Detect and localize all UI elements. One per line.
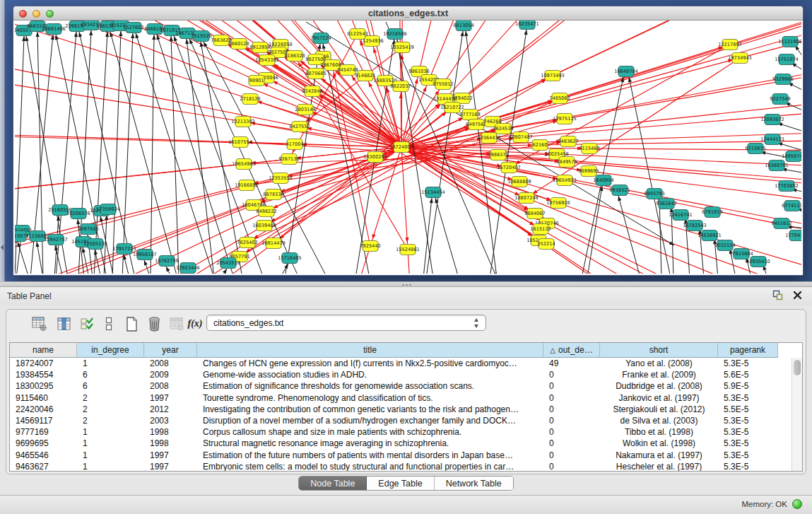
table-cell[interactable]: 2	[77, 415, 144, 426]
table-cell[interactable]: 5.9E-5	[718, 380, 778, 392]
table-options-icon[interactable]	[30, 315, 49, 333]
table-cell[interactable]: Tourette syndrome. Phenomenology and cla…	[197, 392, 543, 404]
table-row[interactable]: 2242004622012Investigating the contribut…	[10, 404, 792, 415]
table-row[interactable]: 977716911998Corpus callosum shape and si…	[10, 426, 792, 438]
table-cell[interactable]: 9465546	[10, 450, 77, 461]
table-row[interactable]: 969969511998Structural magnetic resonanc…	[10, 438, 792, 449]
table-cell[interactable]: 5.3E-5	[718, 438, 778, 449]
table-cell[interactable]: 1997	[144, 392, 197, 404]
table-cell[interactable]: 6	[77, 380, 144, 392]
table-cell[interactable]: 1998	[144, 438, 197, 449]
table-cell[interactable]: 49	[543, 358, 600, 369]
table-cell[interactable]: 2008	[144, 380, 197, 392]
select-stepper-icon[interactable]	[473, 317, 480, 329]
table-cell[interactable]: 5.3E-5	[718, 415, 778, 426]
new-column-icon[interactable]	[122, 315, 141, 333]
table-cell[interactable]: 2	[77, 404, 144, 415]
table-cell[interactable]: 0	[543, 404, 600, 415]
memory-status-icon[interactable]	[792, 499, 802, 509]
table-cell[interactable]: 5.3E-5	[718, 426, 778, 438]
table-cell[interactable]: 5.6E-5	[718, 369, 778, 380]
splitter-grip[interactable]	[401, 284, 411, 286]
table-cell[interactable]: 14569117	[10, 415, 77, 426]
table-cell[interactable]: 0	[543, 461, 600, 472]
table-cell[interactable]: 1	[77, 461, 144, 472]
table-cell[interactable]: 0	[543, 415, 600, 426]
close-panel-icon[interactable]	[793, 291, 802, 300]
table-cell[interactable]: 1998	[144, 426, 197, 438]
table-cell[interactable]: 1	[77, 450, 144, 461]
table-cell[interactable]: 5.5E-5	[718, 404, 778, 415]
table-cell[interactable]: 0	[543, 380, 600, 392]
table-cell[interactable]: 2003	[144, 415, 197, 426]
table-cell[interactable]: 5.3E-5	[718, 450, 778, 461]
table-row[interactable]: 1938455462009Genome-wide association stu…	[10, 369, 792, 380]
table-cell[interactable]: 0	[543, 450, 600, 461]
table-cell[interactable]: Nakamura et al. (1997)	[600, 450, 718, 461]
table-cell[interactable]: 2008	[144, 358, 197, 369]
table-cell[interactable]: Dudbridge et al. (2008)	[600, 380, 718, 392]
table-cell[interactable]: 18300295	[10, 380, 77, 392]
table-cell[interactable]: Embryonic stem cells: a model to study s…	[197, 461, 543, 472]
table-cell[interactable]: 0	[543, 369, 600, 380]
column-header-pagerank[interactable]: pagerank	[718, 343, 778, 358]
table-cell[interactable]: 5.3E-5	[718, 392, 778, 404]
table-cell[interactable]: Jankovic et al. (1997)	[600, 392, 718, 404]
table-cell[interactable]: 1997	[144, 461, 197, 472]
table-cell[interactable]: Investigating the contribution of common…	[197, 404, 543, 415]
column-visibility-icon[interactable]	[55, 315, 73, 333]
table-cell[interactable]: 9777169	[10, 426, 77, 438]
table-cell[interactable]: de Silva et al. (2003)	[600, 415, 718, 426]
column-header-title[interactable]: title	[197, 343, 543, 358]
table-cell[interactable]: 1	[77, 358, 144, 369]
collapsed-panel-strip[interactable]	[0, 0, 5, 281]
table-cell[interactable]: 1	[77, 438, 144, 449]
table-cell[interactable]: Structural magnetic resonance image aver…	[197, 438, 543, 449]
network-table-select[interactable]: citations_edges.txt	[206, 315, 486, 331]
table-cell[interactable]: Yano et al. (2008)	[600, 358, 718, 369]
table-cell[interactable]: 2	[77, 392, 144, 404]
table-cell[interactable]: Tibbo et al. (1998)	[600, 426, 718, 438]
table-row[interactable]: 946362711997Embryonic stem cells: a mode…	[10, 461, 792, 472]
table-row[interactable]: 1830029562008Estimation of significance …	[10, 380, 792, 392]
table-cell[interactable]: 1	[77, 426, 144, 438]
table-cell[interactable]: Disruption of a novel member of a sodium…	[197, 415, 543, 426]
table-cell[interactable]: 9463627	[10, 461, 77, 472]
table-cell[interactable]: 2009	[144, 369, 197, 380]
table-cell[interactable]: Stergiakouli et al. (2012)	[600, 404, 718, 415]
network-view-window[interactable]: citations_edges.txt 76638229860128891295…	[13, 6, 804, 276]
column-header-in_degree[interactable]: in_degree	[77, 343, 144, 358]
table-row[interactable]: 1456911722003Disruption of a novel membe…	[10, 415, 792, 426]
table-cell[interactable]: Franke et al. (2009)	[600, 369, 718, 380]
panel-expand-arrow-icon[interactable]	[1, 245, 4, 250]
table-row[interactable]: 1872400712008Changes of HCN gene express…	[10, 358, 792, 369]
table-cell[interactable]: 19384554	[10, 369, 77, 380]
tab-node-table[interactable]: Node Table	[299, 477, 367, 490]
table-cell[interactable]: 22420046	[10, 404, 77, 415]
column-header-year[interactable]: year	[144, 343, 197, 358]
table-cell[interactable]: 2012	[144, 404, 197, 415]
delete-column-icon[interactable]	[145, 315, 163, 333]
table-cell[interactable]: 0	[543, 426, 600, 438]
table-cell[interactable]: Corpus callosum shape and size in male p…	[197, 426, 543, 438]
table-cell[interactable]: Estimation of the future numbers of pati…	[197, 450, 543, 461]
table-cell[interactable]: Genome-wide association studies in ADHD.	[197, 369, 543, 380]
table-cell[interactable]: 0	[543, 392, 600, 404]
function-builder-icon[interactable]: f(x)	[186, 315, 204, 333]
column-header-name[interactable]: name	[10, 343, 77, 358]
table-cell[interactable]: 9699695	[10, 438, 77, 449]
tab-network-table[interactable]: Network Table	[435, 477, 513, 490]
table-cell[interactable]: Changes of HCN gene expression and I(f) …	[197, 358, 543, 369]
column-header-short[interactable]: short	[600, 343, 718, 358]
merge-cells-icon[interactable]	[100, 315, 118, 333]
network-canvas-container[interactable]: 7663822986012889129541822605898275091054…	[15, 21, 801, 274]
table-row[interactable]: 911546021997Tourette syndrome. Phenomeno…	[10, 392, 792, 404]
network-canvas[interactable]: 7663822986012889129541822605898275091054…	[15, 21, 801, 274]
tab-edge-table[interactable]: Edge Table	[367, 477, 434, 490]
table-cell[interactable]: Hescheler et al. (1997)	[600, 461, 718, 472]
table-cell[interactable]: 5.3E-5	[718, 461, 778, 472]
table-cell[interactable]: 0	[543, 438, 600, 449]
table-cell[interactable]: 5.3E-5	[718, 358, 778, 369]
table-cell[interactable]: Wolkin et al. (1998)	[600, 438, 718, 449]
table-vertical-scrollbar[interactable]	[792, 358, 802, 471]
